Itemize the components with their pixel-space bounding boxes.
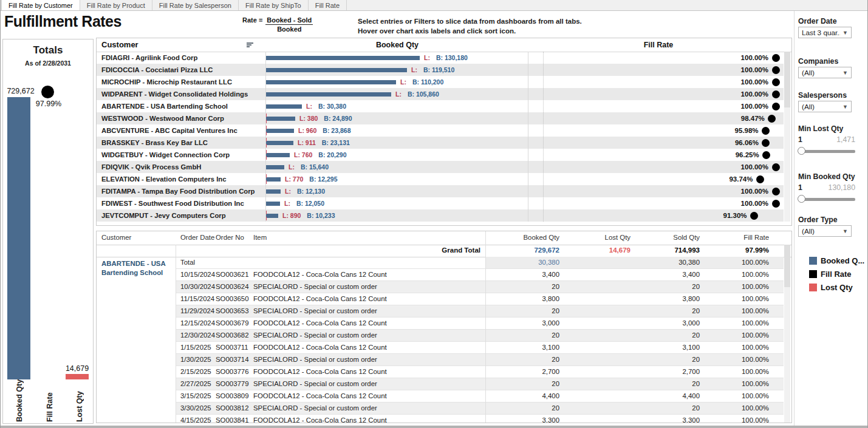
legend-item-fill-rate[interactable]: Fill Rate (809, 267, 864, 280)
tab-fill-rate-by-shipto[interactable]: Fill Rate by ShipTo (239, 0, 309, 10)
booked-qty-axis-header[interactable]: Booked Qty (297, 41, 497, 49)
order-detail-row[interactable]: 11/29/2024 SO003653 SPECIALORD - Special… (97, 305, 791, 318)
booked-qty-bar[interactable] (266, 117, 295, 121)
fill-rate-dot[interactable] (772, 103, 780, 110)
totals-booked-bar[interactable] (7, 97, 30, 379)
grand-total-row[interactable]: Grand Total 729,672 14,679 714,993 97.99… (97, 245, 791, 257)
companies-dropdown[interactable]: (All) ▼ (798, 67, 852, 78)
order-detail-row[interactable]: 2/27/2025 SO003779 SPECIALORD - Special … (97, 378, 791, 390)
slider-track[interactable] (798, 150, 855, 153)
chart-scrollbar-thumb[interactable] (784, 52, 790, 107)
order-detail-row[interactable]: 3/30/2025 SO003812 SPECIALORD - Special … (97, 403, 791, 415)
order-detail-row[interactable]: 1/30/2025 SO003714 SPECIALORD - Special … (97, 354, 791, 366)
header-booked-qty[interactable]: Booked Qty (491, 234, 559, 241)
order-detail-row[interactable]: 2/15/2025 SO003776 FOODCOLA12 - Coca-Col… (97, 366, 791, 378)
customer-column-header[interactable]: Customer (101, 40, 138, 49)
customer-label[interactable]: JEVTCOMPUT - Jevy Computers Corp (97, 209, 265, 222)
customer-chart-row[interactable]: ELEVATION - Elevation Computers Inc L: 7… (97, 173, 784, 185)
customer-chart-row[interactable]: WESTWOOD - Westwood Manor Corp L: 380 B:… (97, 112, 784, 124)
customer-chart-row[interactable]: FDIAGRI - Agrilink Food Corp L: B: 130,1… (97, 52, 784, 64)
customer-total-row[interactable]: Total 30,380 30,380 100.00% (97, 257, 791, 269)
order-date-dropdown[interactable]: Last 3 quar... ▼ (798, 27, 852, 38)
customer-chart-row[interactable]: FDICOCCIA - Cocciatari Pizza LLC L: B: 1… (97, 64, 784, 76)
booked-qty-bar[interactable] (266, 129, 294, 133)
slider-track[interactable] (798, 198, 855, 201)
customer-label[interactable]: FDICOCCIA - Cocciatari Pizza LLC (97, 64, 265, 76)
customer-label[interactable]: BRASSKEY - Brass Key Bar LLC (97, 137, 265, 149)
salespersons-dropdown[interactable]: (All) ▼ (798, 101, 852, 112)
customer-chart-row[interactable]: FDIQVIK - Qvik Process GmbH L: B: 15,640… (97, 161, 784, 173)
customer-group-header[interactable]: ABARTENDE - USA Bartending School (101, 259, 166, 277)
fill-rate-dot[interactable] (772, 163, 780, 171)
fill-rate-dot[interactable] (772, 54, 780, 62)
tab-fill-rate-by-customer[interactable]: Fill Rate by Customer (1, 0, 80, 10)
customer-label[interactable]: WIDGETBUY - Widget Connection Corp (97, 149, 265, 161)
tab-fill-rate[interactable]: Fill Rate (309, 0, 347, 10)
fill-rate-dot[interactable] (756, 175, 764, 183)
fill-rate-dot[interactable] (762, 151, 770, 159)
min-lost-qty-slider[interactable] (798, 147, 855, 155)
fill-rate-dot[interactable] (762, 139, 770, 147)
customer-chart-row[interactable]: WIDPARENT - Widget Consolidated Holdings… (97, 88, 784, 100)
order-type-dropdown[interactable]: (All) ▼ (798, 225, 852, 237)
table-scrollbar-thumb[interactable] (784, 245, 790, 287)
order-detail-row[interactable]: 12/30/2024 SO003682 SPECIALORD - Special… (97, 330, 791, 342)
totals-axis-lost-qty[interactable]: Lost Qty (75, 383, 84, 422)
customer-label[interactable]: FDITAMPA - Tampa Bay Food Distribution C… (97, 185, 265, 197)
booked-qty-bar[interactable] (266, 177, 281, 182)
fill-rate-dot[interactable] (772, 90, 780, 98)
sort-descending-icon[interactable] (247, 42, 253, 48)
order-detail-row[interactable]: 10/15/2024 SO003621 FOODCOLA12 - Coca-Co… (97, 269, 791, 281)
legend-item-lost-qty[interactable]: Lost Qty (809, 280, 864, 294)
customer-chart-row[interactable]: ABCVENTURE - ABC Capital Ventures Inc L:… (97, 124, 784, 137)
customer-chart-row[interactable]: FDITAMPA - Tampa Bay Food Distribution C… (97, 185, 784, 197)
customer-label[interactable]: WIDPARENT - Widget Consolidated Holdings (97, 88, 265, 100)
booked-qty-bar[interactable] (266, 165, 284, 169)
totals-fill-rate-dot[interactable] (41, 86, 54, 98)
order-detail-row[interactable]: 1/15/2025 SO003711 FOODCOLA12 - Coca-Col… (97, 342, 791, 354)
slider-handle[interactable] (798, 195, 805, 203)
fill-rate-dot[interactable] (750, 212, 758, 220)
booked-qty-bar[interactable] (266, 68, 407, 72)
booked-qty-bar[interactable] (266, 214, 278, 218)
order-detail-row[interactable]: 4/15/2025 SO003841 FOODCOLA12 - Coca-Col… (97, 415, 791, 423)
totals-axis-fill-rate[interactable]: Fill Rate (46, 383, 54, 422)
customer-chart-row[interactable]: MICROCHIP - Microchip Restaurant LLC L: … (97, 76, 784, 88)
slider-handle[interactable] (798, 147, 805, 155)
fill-rate-axis-header[interactable]: Fill Rate (558, 41, 759, 49)
header-lost-qty[interactable]: Lost Qty (562, 234, 630, 241)
booked-qty-bar[interactable] (266, 104, 302, 109)
customer-label[interactable]: ABCVENTURE - ABC Capital Ventures Inc (97, 124, 265, 137)
fill-rate-dot[interactable] (762, 127, 770, 135)
fill-rate-dot[interactable] (772, 66, 780, 74)
booked-qty-bar[interactable] (266, 80, 396, 84)
table-scrollbar-track[interactable] (784, 245, 790, 423)
order-detail-row[interactable]: 3/15/2025 SO003809 FOODCOLA12 - Coca-Col… (97, 390, 791, 403)
header-fill-rate[interactable]: Fill Rate (700, 234, 769, 241)
booked-qty-bar[interactable] (266, 189, 281, 194)
min-booked-qty-slider[interactable] (798, 195, 855, 203)
customer-chart-row[interactable]: WIDGETBUY - Widget Connection Corp L: 76… (97, 149, 784, 161)
booked-qty-bar[interactable] (266, 153, 290, 157)
booked-qty-bar[interactable] (266, 202, 280, 206)
legend-item-booked-qty[interactable]: Booked Q... (809, 254, 864, 267)
customer-chart-row[interactable]: FDIWEST - Southwest Food Distribution In… (97, 197, 784, 209)
tab-fill-rate-by-product[interactable]: Fill Rate by Product (80, 0, 152, 10)
order-detail-row[interactable]: 12/15/2024 SO003679 FOODCOLA12 - Coca-Co… (97, 318, 791, 330)
booked-qty-bar[interactable] (266, 92, 391, 97)
order-detail-row[interactable]: 11/15/2024 SO003650 FOODCOLA12 - Coca-Co… (97, 293, 791, 305)
booked-qty-bar[interactable] (266, 56, 420, 60)
customer-label[interactable]: FDIQVIK - Qvik Process GmbH (97, 161, 265, 173)
customer-label[interactable]: FDIWEST - Southwest Food Distribution In… (97, 197, 265, 209)
fill-rate-dot[interactable] (772, 200, 780, 208)
tab-fill-rate-by-salesperson[interactable]: Fill Rate by Salesperson (152, 0, 239, 10)
header-order-date[interactable]: Order Date (180, 234, 214, 241)
chart-scrollbar-track[interactable] (784, 52, 790, 222)
header-sold-qty[interactable]: Sold Qty (630, 234, 700, 241)
header-customer[interactable]: Customer (101, 234, 131, 241)
customer-label[interactable]: WESTWOOD - Westwood Manor Corp (97, 112, 265, 124)
customer-label[interactable]: ABARTENDE - USA Bartending School (97, 100, 265, 112)
header-order-no[interactable]: Order No (216, 234, 244, 241)
customer-label[interactable]: ELEVATION - Elevation Computers Inc (97, 173, 265, 185)
customer-chart-row[interactable]: ABARTENDE - USA Bartending School L: B: … (97, 100, 784, 112)
